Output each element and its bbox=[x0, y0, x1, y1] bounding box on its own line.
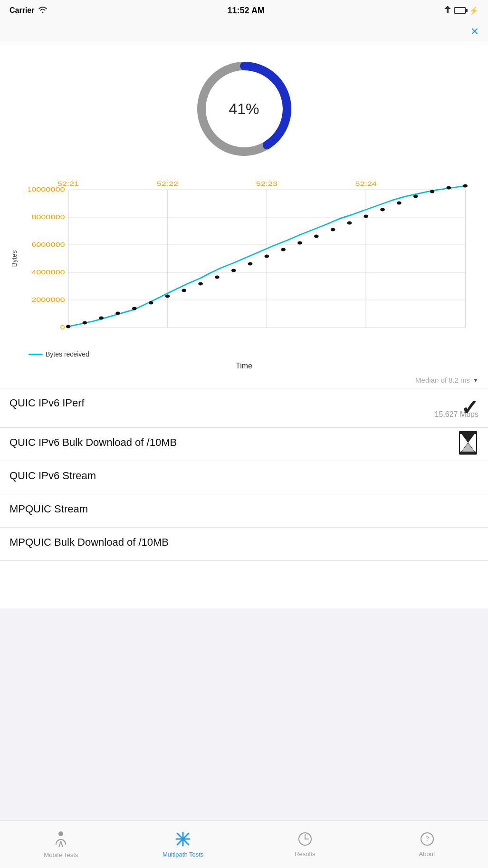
svg-point-26 bbox=[115, 312, 120, 315]
test-item[interactable]: QUIC IPv6 Stream bbox=[0, 461, 488, 494]
svg-point-33 bbox=[231, 269, 236, 272]
main-content: 41% Bytes 10000000 800000 bbox=[0, 42, 488, 608]
tab-multipath-icon bbox=[175, 831, 191, 849]
svg-point-42 bbox=[380, 208, 385, 212]
location-icon bbox=[444, 6, 451, 15]
median-row: Median of 8.2 ms ▼ bbox=[0, 374, 488, 388]
test-name: QUIC IPv6 Stream bbox=[10, 470, 478, 482]
tab-mobile-tests[interactable]: Mobile Tests bbox=[0, 831, 122, 858]
svg-text:10000000: 10000000 bbox=[29, 186, 65, 193]
svg-text:6000000: 6000000 bbox=[31, 241, 65, 248]
carrier-label: Carrier bbox=[10, 6, 34, 15]
tab-bar: Mobile Tests Multipath Tests Results bbox=[0, 820, 488, 868]
svg-point-46 bbox=[446, 186, 451, 190]
tab-results[interactable]: Results bbox=[244, 832, 366, 858]
test-list: QUIC IPv6 IPerf 15.627 Mbps ✓ QUIC IPv6 … bbox=[0, 388, 488, 561]
svg-point-37 bbox=[297, 241, 302, 245]
chart-y-axis-label: Bytes bbox=[10, 250, 18, 267]
svg-point-29 bbox=[165, 295, 170, 298]
svg-point-45 bbox=[430, 190, 435, 193]
chart-area: 10000000 8000000 6000000 4000000 2000000… bbox=[29, 175, 478, 347]
progress-section: 41% bbox=[0, 42, 488, 171]
progress-label: 41% bbox=[229, 100, 259, 118]
svg-line-53 bbox=[61, 841, 63, 847]
chart-svg: 10000000 8000000 6000000 4000000 2000000… bbox=[29, 175, 478, 347]
svg-point-27 bbox=[132, 307, 137, 310]
svg-point-47 bbox=[463, 184, 468, 188]
status-bar-right: ⚡ bbox=[444, 6, 478, 15]
chart-legend: Bytes received bbox=[0, 347, 488, 360]
legend-label: Bytes received bbox=[46, 350, 89, 358]
checkmark-icon: ✓ bbox=[461, 397, 478, 418]
svg-point-39 bbox=[331, 228, 335, 231]
svg-line-52 bbox=[59, 841, 61, 847]
median-label: Median of 8.2 ms bbox=[415, 376, 470, 384]
tab-multipath-tests[interactable]: Multipath Tests bbox=[122, 831, 244, 858]
test-item[interactable]: QUIC IPv6 IPerf 15.627 Mbps ✓ bbox=[0, 388, 488, 428]
close-button[interactable]: × bbox=[471, 25, 478, 38]
svg-text:52:23: 52:23 bbox=[256, 180, 278, 187]
svg-text:?: ? bbox=[425, 835, 429, 843]
dropdown-arrow-icon[interactable]: ▼ bbox=[473, 377, 478, 384]
progress-circle: 41% bbox=[192, 57, 297, 161]
hourglass-icon bbox=[458, 430, 478, 458]
tab-about[interactable]: ? About bbox=[366, 832, 488, 858]
tab-multipath-label: Multipath Tests bbox=[163, 851, 203, 858]
legend-line bbox=[29, 354, 43, 355]
test-name: MPQUIC Stream bbox=[10, 503, 478, 515]
wifi-icon bbox=[38, 6, 48, 15]
svg-point-36 bbox=[281, 248, 286, 251]
tab-results-label: Results bbox=[295, 850, 315, 858]
test-name: MPQUIC Bulk Download of /10MB bbox=[10, 536, 478, 549]
test-name: QUIC IPv6 Bulk Download of /10MB bbox=[10, 436, 478, 449]
tab-about-label: About bbox=[419, 850, 435, 858]
svg-point-32 bbox=[215, 276, 220, 279]
svg-text:52:24: 52:24 bbox=[355, 180, 377, 187]
test-speed: 15.627 Mbps bbox=[10, 410, 478, 419]
chart-section: Bytes 10000000 8000000 6000000 bbox=[0, 171, 488, 347]
battery-icon bbox=[454, 7, 466, 14]
svg-text:8000000: 8000000 bbox=[31, 213, 65, 220]
svg-point-23 bbox=[66, 325, 71, 328]
svg-point-24 bbox=[83, 321, 87, 325]
test-item[interactable]: MPQUIC Stream bbox=[0, 494, 488, 528]
svg-point-34 bbox=[248, 262, 253, 266]
status-bar: Carrier 11:52 AM ⚡ bbox=[0, 0, 488, 21]
test-item[interactable]: QUIC IPv6 Bulk Download of /10MB bbox=[0, 428, 488, 461]
svg-point-35 bbox=[264, 255, 269, 258]
svg-point-30 bbox=[182, 289, 186, 292]
status-bar-time: 11:52 AM bbox=[228, 6, 265, 16]
svg-text:0: 0 bbox=[60, 324, 65, 330]
svg-text:52:22: 52:22 bbox=[157, 180, 178, 187]
svg-point-28 bbox=[149, 301, 153, 305]
close-row: × bbox=[0, 21, 488, 42]
svg-point-51 bbox=[58, 831, 63, 836]
svg-point-40 bbox=[347, 222, 352, 225]
tab-about-icon: ? bbox=[420, 832, 434, 849]
tab-mobile-label: Mobile Tests bbox=[44, 851, 78, 858]
svg-point-25 bbox=[99, 317, 104, 320]
svg-point-31 bbox=[198, 282, 203, 286]
chart-x-label: Time bbox=[0, 360, 488, 374]
status-bar-left: Carrier bbox=[10, 6, 48, 15]
lightning-icon: ⚡ bbox=[469, 6, 478, 15]
tab-results-icon bbox=[298, 832, 312, 849]
svg-text:2000000: 2000000 bbox=[31, 296, 65, 303]
svg-text:4000000: 4000000 bbox=[31, 269, 65, 275]
tab-mobile-icon bbox=[54, 831, 67, 849]
svg-point-38 bbox=[314, 235, 319, 238]
test-name: QUIC IPv6 IPerf bbox=[10, 397, 478, 409]
svg-text:52:21: 52:21 bbox=[57, 180, 79, 187]
svg-point-43 bbox=[397, 202, 402, 205]
test-item[interactable]: MPQUIC Bulk Download of /10MB bbox=[0, 528, 488, 561]
svg-point-44 bbox=[413, 195, 418, 198]
svg-point-41 bbox=[364, 215, 368, 218]
